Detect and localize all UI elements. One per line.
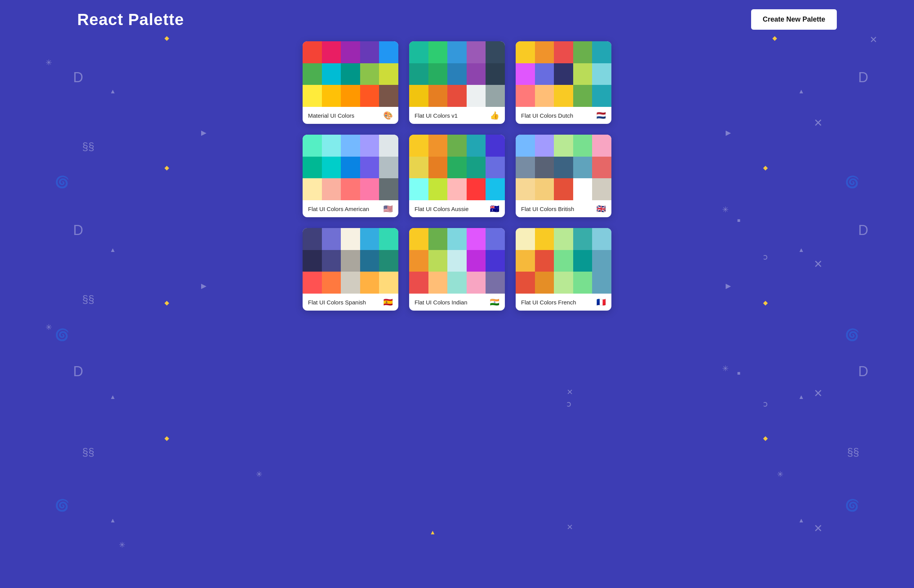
color-cell: [303, 178, 322, 200]
color-cell: [379, 178, 398, 200]
color-cell: [573, 157, 592, 179]
color-cell: [592, 63, 611, 85]
color-cell: [447, 178, 467, 200]
color-grid-flat-ui-spanish: [303, 228, 398, 294]
color-cell: [322, 178, 341, 200]
palette-card-flat-ui-aussie[interactable]: Flat UI Colors Aussie🇦🇺: [409, 135, 505, 217]
color-cell: [303, 228, 322, 250]
color-cell: [409, 178, 428, 200]
color-cell: [447, 85, 467, 107]
palette-card-flat-ui-spanish[interactable]: Flat UI Colors Spanish🇪🇸: [303, 228, 398, 311]
palette-name-flat-ui-american: Flat UI Colors American: [308, 206, 369, 212]
palette-card-flat-ui-indian[interactable]: Flat UI Colors Indian🇮🇳: [409, 228, 505, 311]
palette-card-flat-ui-british[interactable]: Flat UI Colors British🇬🇧: [516, 135, 611, 217]
color-cell: [379, 135, 398, 157]
color-cell: [360, 41, 379, 63]
palette-emoji-flat-ui-dutch: 🇳🇱: [596, 111, 606, 120]
color-cell: [341, 178, 360, 200]
color-grid-flat-ui-french: [516, 228, 611, 294]
color-cell: [467, 135, 486, 157]
color-cell: [428, 135, 448, 157]
color-cell: [535, 85, 554, 107]
color-cell: [486, 178, 505, 200]
color-cell: [486, 135, 505, 157]
color-cell: [467, 63, 486, 85]
color-cell: [428, 63, 448, 85]
color-cell: [535, 178, 554, 200]
color-cell: [486, 63, 505, 85]
color-cell: [516, 250, 535, 272]
palette-name-flat-ui-british: Flat UI Colors British: [521, 206, 574, 212]
color-cell: [379, 228, 398, 250]
color-cell: [554, 228, 573, 250]
color-cell: [573, 228, 592, 250]
color-cell: [303, 250, 322, 272]
color-cell: [592, 135, 611, 157]
color-cell: [379, 41, 398, 63]
color-cell: [428, 157, 448, 179]
color-cell: [379, 85, 398, 107]
color-cell: [303, 41, 322, 63]
color-grid-material-ui: [303, 41, 398, 107]
color-cell: [428, 41, 448, 63]
palette-grid: Material UI Colors🎨Flat UI Colors v1👍Fla…: [225, 34, 689, 334]
color-cell: [409, 228, 428, 250]
color-cell: [573, 135, 592, 157]
palette-card-material-ui[interactable]: Material UI Colors🎨: [303, 41, 398, 124]
color-cell: [516, 178, 535, 200]
color-cell: [341, 157, 360, 179]
color-cell: [573, 250, 592, 272]
color-cell: [303, 272, 322, 294]
color-grid-flat-ui-dutch: [516, 41, 611, 107]
color-cell: [322, 85, 341, 107]
color-cell: [535, 250, 554, 272]
palette-emoji-flat-ui-indian: 🇮🇳: [490, 297, 499, 307]
color-cell: [573, 41, 592, 63]
color-cell: [554, 63, 573, 85]
color-cell: [486, 250, 505, 272]
color-cell: [486, 41, 505, 63]
color-cell: [322, 135, 341, 157]
color-cell: [592, 178, 611, 200]
color-cell: [486, 272, 505, 294]
color-cell: [428, 272, 448, 294]
create-palette-button[interactable]: Create New Palette: [751, 9, 837, 30]
card-footer-flat-ui-british: Flat UI Colors British🇬🇧: [516, 200, 611, 217]
color-cell: [447, 135, 467, 157]
palette-card-flat-ui-v1[interactable]: Flat UI Colors v1👍: [409, 41, 505, 124]
color-cell: [428, 85, 448, 107]
color-cell: [573, 63, 592, 85]
color-cell: [409, 85, 428, 107]
color-cell: [379, 272, 398, 294]
color-cell: [322, 63, 341, 85]
color-cell: [447, 41, 467, 63]
card-footer-flat-ui-american: Flat UI Colors American🇺🇸: [303, 200, 398, 217]
color-cell: [516, 228, 535, 250]
color-grid-flat-ui-british: [516, 135, 611, 200]
card-footer-material-ui: Material UI Colors🎨: [303, 107, 398, 124]
color-cell: [447, 157, 467, 179]
color-cell: [303, 135, 322, 157]
palette-card-flat-ui-american[interactable]: Flat UI Colors American🇺🇸: [303, 135, 398, 217]
palette-emoji-flat-ui-aussie: 🇦🇺: [490, 204, 499, 213]
color-cell: [341, 135, 360, 157]
color-cell: [516, 85, 535, 107]
color-cell: [573, 85, 592, 107]
color-cell: [341, 272, 360, 294]
color-cell: [379, 157, 398, 179]
color-cell: [360, 228, 379, 250]
palette-card-flat-ui-dutch[interactable]: Flat UI Colors Dutch🇳🇱: [516, 41, 611, 124]
color-grid-flat-ui-indian: [409, 228, 505, 294]
palette-emoji-flat-ui-v1: 👍: [490, 111, 499, 120]
color-cell: [535, 157, 554, 179]
color-cell: [360, 157, 379, 179]
palette-card-flat-ui-french[interactable]: Flat UI Colors French🇫🇷: [516, 228, 611, 311]
color-cell: [516, 41, 535, 63]
color-cell: [554, 41, 573, 63]
color-cell: [322, 272, 341, 294]
palette-name-flat-ui-french: Flat UI Colors French: [521, 299, 576, 306]
color-cell: [516, 63, 535, 85]
color-cell: [341, 228, 360, 250]
color-cell: [467, 41, 486, 63]
card-footer-flat-ui-spanish: Flat UI Colors Spanish🇪🇸: [303, 294, 398, 311]
